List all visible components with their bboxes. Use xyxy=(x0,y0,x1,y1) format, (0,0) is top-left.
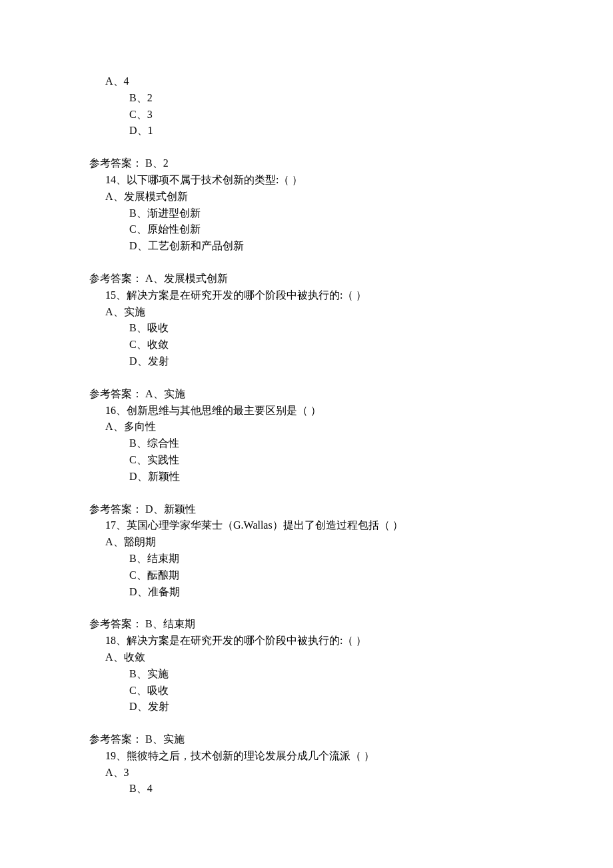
option-a: A、3 xyxy=(89,765,613,781)
answer-text: 参考答案： B、实施 xyxy=(89,731,613,748)
option-a: A、实施 xyxy=(89,304,613,321)
option-c: C、实践性 xyxy=(89,452,613,469)
option-d: D、工艺创新和产品创新 xyxy=(89,238,613,255)
option-b: B、2 xyxy=(89,90,613,107)
option-b: B、实施 xyxy=(89,666,613,683)
question-block-16: 16、创新思维与其他思维的最主要区别是（ ） A、多向性 B、综合性 C、实践性… xyxy=(89,403,613,518)
question-block-17: 17、英国心理学家华莱士（G.Wallas）提出了创造过程包括（ ） A、豁朗期… xyxy=(89,517,613,633)
option-d: D、发射 xyxy=(89,353,613,370)
question-text: 17、英国心理学家华莱士（G.Wallas）提出了创造过程包括（ ） xyxy=(89,517,613,534)
option-c: C、收敛 xyxy=(89,337,613,353)
question-text: 19、熊彼特之后，技术创新的理论发展分成几个流派（ ） xyxy=(89,748,613,765)
question-block-14: 14、以下哪项不属于技术创新的类型:（ ） A、发展模式创新 B、渐进型创新 C… xyxy=(89,172,613,287)
option-d: D、发射 xyxy=(89,699,613,715)
question-text: 15、解决方案是在研究开发的哪个阶段中被执行的:（ ） xyxy=(89,287,613,304)
option-d: D、新颖性 xyxy=(89,469,613,485)
answer-text: 参考答案： A、实施 xyxy=(89,386,613,403)
option-a: A、收敛 xyxy=(89,649,613,666)
option-a: A、发展模式创新 xyxy=(89,189,613,205)
question-block-19: 19、熊彼特之后，技术创新的理论发展分成几个流派（ ） A、3 B、4 xyxy=(89,748,613,797)
answer-text: 参考答案： D、新颖性 xyxy=(89,501,613,518)
option-a: A、多向性 xyxy=(89,419,613,435)
option-c: C、原始性创新 xyxy=(89,221,613,238)
answer-text: 参考答案： B、2 xyxy=(89,155,613,172)
option-b: B、渐进型创新 xyxy=(89,205,613,222)
answer-text: 参考答案： A、发展模式创新 xyxy=(89,271,613,287)
option-c: C、吸收 xyxy=(89,683,613,699)
question-block-15: 15、解决方案是在研究开发的哪个阶段中被执行的:（ ） A、实施 B、吸收 C、… xyxy=(89,287,613,403)
option-b: B、结束期 xyxy=(89,551,613,567)
option-b: B、综合性 xyxy=(89,435,613,452)
answer-text: 参考答案： B、结束期 xyxy=(89,616,613,633)
option-d: D、准备期 xyxy=(89,584,613,601)
question-text: 16、创新思维与其他思维的最主要区别是（ ） xyxy=(89,403,613,419)
option-c: C、酝酿期 xyxy=(89,567,613,584)
option-b: B、吸收 xyxy=(89,320,613,337)
option-c: C、3 xyxy=(89,107,613,123)
question-text: 14、以下哪项不属于技术创新的类型:（ ） xyxy=(89,172,613,189)
option-b: B、4 xyxy=(89,781,613,797)
question-block-13: A、4 B、2 C、3 D、1 参考答案： B、2 xyxy=(89,73,613,172)
option-d: D、1 xyxy=(89,123,613,139)
question-block-18: 18、解决方案是在研究开发的哪个阶段中被执行的:（ ） A、收敛 B、实施 C、… xyxy=(89,633,613,748)
option-a: A、4 xyxy=(89,73,613,90)
option-a: A、豁朗期 xyxy=(89,534,613,551)
question-text: 18、解决方案是在研究开发的哪个阶段中被执行的:（ ） xyxy=(89,633,613,649)
